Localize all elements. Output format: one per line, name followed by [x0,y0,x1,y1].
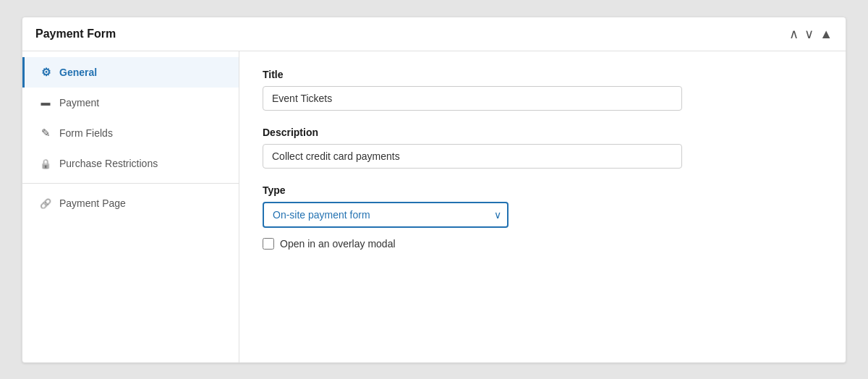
payment-form-panel: Payment Form ∧ ∨ ▲ General Payment Form … [22,17,846,363]
description-group: Description [263,127,822,169]
sidebar-label-general: General [59,66,97,79]
sidebar-label-payment-page: Payment Page [59,197,126,210]
sidebar-label-form-fields: Form Fields [59,127,113,140]
sidebar-item-form-fields[interactable]: Form Fields [22,118,239,148]
panel-title: Payment Form [35,27,116,41]
title-group: Title [263,69,822,111]
lock-icon [39,157,52,170]
sidebar-label-payment: Payment [59,96,99,109]
type-select-wrapper: On-site payment form Off-site payment fo… [263,202,509,228]
sidebar-divider [22,183,239,184]
form-icon [39,127,52,140]
move-button[interactable]: ▲ [820,27,833,41]
overlay-modal-label: Open in an overlay modal [280,238,396,250]
card-icon [39,96,52,109]
overlay-modal-checkbox[interactable] [263,238,274,250]
type-label: Type [263,184,822,196]
sidebar-label-purchase-restrictions: Purchase Restrictions [59,157,158,170]
description-label: Description [263,127,822,138]
sidebar-item-general[interactable]: General [22,57,239,88]
sidebar-item-payment-page[interactable]: Payment Page [22,188,239,218]
link-icon [39,197,52,210]
sidebar: General Payment Form Fields Purchase Res… [22,51,239,362]
title-input[interactable] [263,86,682,111]
type-select[interactable]: On-site payment form Off-site payment fo… [263,202,509,228]
sidebar-item-payment[interactable]: Payment [22,88,239,118]
collapse-down-button[interactable]: ∨ [804,27,814,41]
panel-controls: ∧ ∨ ▲ [789,27,833,41]
collapse-up-button[interactable]: ∧ [789,27,799,41]
panel-header: Payment Form ∧ ∨ ▲ [22,17,846,51]
title-label: Title [263,69,822,80]
type-group: Type On-site payment form Off-site payme… [263,184,822,250]
panel-body: General Payment Form Fields Purchase Res… [22,51,846,362]
description-input[interactable] [263,144,682,169]
sidebar-item-purchase-restrictions[interactable]: Purchase Restrictions [22,148,239,179]
overlay-modal-row: Open in an overlay modal [263,238,822,250]
main-content: Title Description Type On-site payment f… [239,51,846,362]
gear-icon [39,66,52,79]
